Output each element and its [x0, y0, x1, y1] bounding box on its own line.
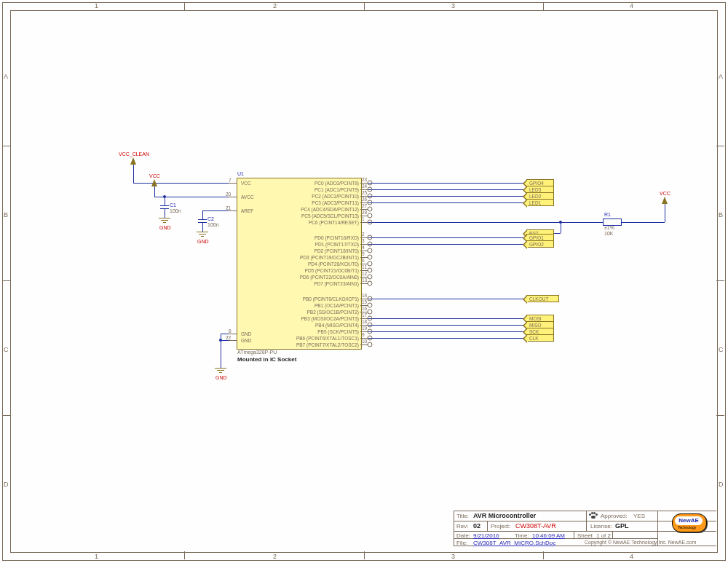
ic-right-pin-name: PC3 (ADC3/PCINT11): [312, 200, 359, 205]
io-dot-icon: [368, 194, 373, 199]
vcc-label-2: VCC: [660, 191, 670, 196]
tb-project: CW308T-AVR: [515, 522, 556, 529]
io-dot-icon: [368, 329, 373, 334]
ic-right-pin-num: 12: [362, 271, 367, 276]
tb-title-label: Title:: [456, 513, 469, 519]
ic-right-pin-name: PD4 (PCINT20/XCK/T0): [308, 261, 359, 267]
tb-approved-label: Approved:: [601, 513, 627, 519]
row-d-l: D: [4, 481, 9, 488]
tb-project-label: Project:: [491, 523, 510, 529]
gnd-icon: [159, 218, 170, 225]
ic-right-pin-num: 5: [362, 251, 365, 256]
c1-val: 100n: [170, 208, 181, 213]
ic-right-pin-num: 3: [362, 238, 365, 243]
ic-right-pin-name: PB0 (PCINT0/CLKO/ICP1): [303, 296, 359, 302]
ic-right-pin-name: PC4 (ADC4/SDA/PCINT12): [301, 207, 359, 212]
ic-right-pin-num: 28: [362, 210, 367, 215]
row-c-r: C: [719, 346, 724, 353]
ic-ref: U1: [237, 171, 244, 176]
tb-rev: 02: [473, 522, 480, 529]
r1-tol: ±1%: [604, 225, 614, 230]
col-3-bot: 3: [451, 553, 455, 560]
ic-right-pin-num: 4: [362, 245, 365, 250]
net-clk: CLK: [526, 334, 554, 342]
tb-file-label: File:: [456, 540, 467, 546]
col-2-top: 2: [273, 2, 277, 9]
tb-time: 10:46:09 AM: [532, 532, 565, 539]
ic-right-pin-name: PB4 (MISO/PCINT4): [315, 323, 359, 328]
io-dot-icon: [368, 200, 373, 205]
col-4-top: 4: [630, 2, 633, 9]
net-gpio2: GPIO2: [526, 240, 554, 248]
io-dot-icon: [368, 268, 373, 273]
io-dot-icon: [368, 235, 373, 240]
schematic-sheet: 1 2 3 4 1 2 3 4 A B C D A B C D VCC_CLEA…: [0, 0, 728, 563]
ic-right-pin-num: 9: [362, 332, 365, 337]
col-1-bot: 1: [95, 553, 98, 560]
pin-gnd-2: GND: [241, 338, 251, 343]
c2-ref: C2: [207, 216, 214, 221]
ic-right-pin-num: 17: [362, 312, 367, 318]
io-dot-icon: [368, 323, 373, 328]
net-clkout: CLKOUT: [526, 295, 559, 302]
gnd-icon: [197, 232, 208, 239]
ic-right-pin-num: 2: [362, 232, 365, 237]
ic-right-pin-num: 18: [362, 319, 367, 324]
tb-date-label: Date:: [456, 532, 470, 539]
tb-sheet-of: 1 of 2: [596, 532, 611, 539]
c2-val: 100n: [207, 222, 219, 227]
ic-right-pin-num: 16: [362, 306, 367, 311]
r1-val: 10K: [604, 231, 613, 236]
io-dot-icon: [368, 310, 373, 315]
ic-right-pin-num: 27: [362, 203, 367, 208]
vcc-arrow-icon: [662, 197, 668, 204]
io-dot-icon: [368, 213, 373, 218]
ic-right-pin-name: PB6 (PCINT6/XTAL1/TOSC1): [296, 336, 359, 341]
ic-right-pin-name: PD7 (PCINT23/AIN1): [314, 281, 359, 286]
io-dot-icon: [368, 336, 373, 341]
junction-icon: [219, 339, 222, 342]
io-dot-icon: [368, 220, 373, 225]
ic-right-pin-num: 15: [362, 299, 367, 304]
ic-note: Mounted in IC Socket: [237, 356, 296, 363]
ic-right-pin-name: PB5 (SCK/PCINT5): [317, 329, 359, 334]
row-b-r: B: [719, 211, 723, 218]
ic-right-pin-name: PB2 (SS/OC1B/PCINT2): [306, 310, 359, 315]
io-dot-icon: [368, 248, 373, 253]
tb-date: 9/21/2016: [473, 532, 499, 539]
ic-right-pin-name: PD6 (PCINT22/OC0A/AIN0): [300, 275, 359, 280]
io-dot-icon: [368, 296, 373, 302]
col-4-bot: 4: [630, 553, 633, 560]
io-dot-icon: [368, 275, 373, 280]
row-a-l: A: [4, 73, 8, 80]
paw-icon: [589, 512, 598, 519]
io-dot-icon: [368, 181, 373, 186]
ic-right-pin-num: 13: [362, 277, 367, 283]
cap-c1-top: [160, 205, 169, 206]
ic-right-pin-name: PC0 (ADC0/PCINT8): [314, 181, 359, 186]
ic-right-pin-num: 25: [362, 190, 367, 195]
io-dot-icon: [368, 187, 373, 192]
gnd-icon: [215, 368, 226, 375]
ic-right-pin-num: 11: [362, 264, 367, 269]
col-2-bot: 2: [273, 553, 277, 560]
vcc-clean-label: VCC_CLEAN: [119, 151, 149, 157]
r1-ref: R1: [604, 212, 611, 217]
ic-right-pin-num: 24: [362, 184, 367, 189]
io-dot-icon: [368, 316, 373, 321]
ic-right-pin-name: PC1 (ADC1/PCINT9): [314, 187, 359, 192]
ic-right-pin-num: 23: [362, 177, 367, 182]
ic-right-pin-name: PD1 (PCINT17/TXD): [315, 242, 359, 247]
ic-right-pin-num: 14: [362, 293, 367, 298]
tb-license-label: License:: [590, 523, 612, 529]
vcc-label-1: VCC: [149, 173, 160, 178]
ic-right-pin-name: PC5 (ADC5/SCL/PCINT13): [301, 213, 359, 218]
pin-gnd-1: GND: [241, 331, 251, 336]
ic-right-pin-num: 19: [362, 326, 367, 331]
ic-right-pin-name: PB7 (PCINT7/XTAL2/TOSC2): [296, 342, 359, 347]
ic-right-pin-num: 1: [362, 216, 365, 221]
tb-time-label: Time:: [515, 532, 529, 539]
ic-right-pin-name: PC2 (ADC2/PCINT10): [312, 194, 359, 199]
c1-ref: C1: [170, 202, 176, 208]
io-dot-icon: [368, 207, 373, 212]
